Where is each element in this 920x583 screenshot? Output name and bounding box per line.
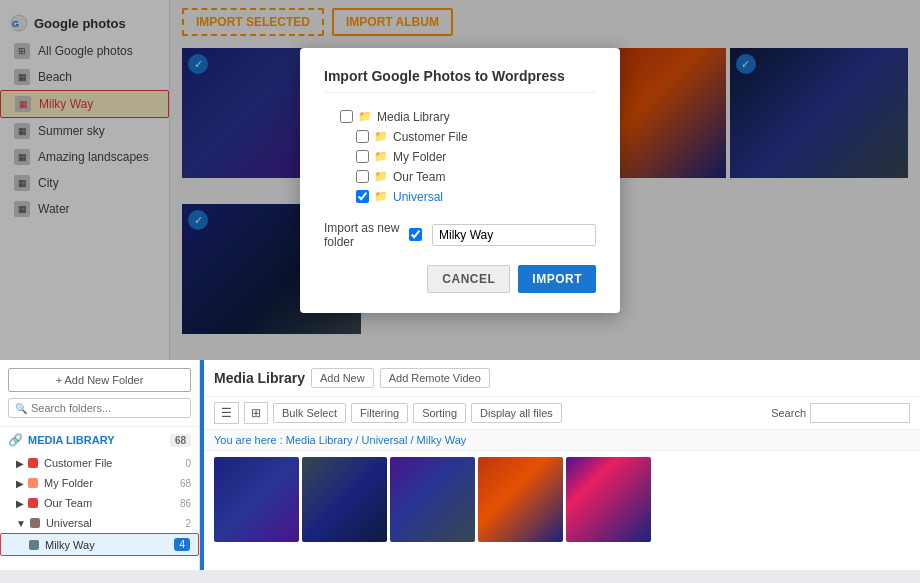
tree-label-customer: Customer File: [44, 457, 112, 469]
media-section-icon: 🔗: [8, 433, 23, 447]
breadcrumb: You are here : Media Library / Universal…: [204, 430, 920, 451]
folder-icon-media: 📁: [358, 110, 372, 123]
tree-count-milkyway: 4: [174, 538, 190, 551]
media-search-input[interactable]: [810, 403, 910, 423]
import-new-folder-row: Import as new folder: [324, 221, 596, 249]
tree-item-customer-file[interactable]: ▶ Customer File 0: [0, 453, 199, 473]
media-thumb-5[interactable]: [566, 457, 651, 542]
media-library-title: Media Library: [214, 370, 305, 386]
expand-icon-2: ▶: [16, 478, 24, 489]
cancel-button[interactable]: CANCEL: [427, 265, 510, 293]
tree-label-universal: Universal: [46, 517, 92, 529]
tree-count-myfolder: 68: [180, 478, 191, 489]
display-all-button[interactable]: Display all files: [471, 403, 562, 423]
folder-icon-universal: 📁: [374, 190, 388, 203]
media-main: Media Library Add New Add Remote Video ☰…: [204, 360, 920, 570]
add-remote-button[interactable]: Add Remote Video: [380, 368, 490, 388]
media-thumb-4[interactable]: [478, 457, 563, 542]
tree-item-universal[interactable]: ▼ Universal 2: [0, 513, 199, 533]
folder-dot-myfolder: [28, 478, 38, 488]
filtering-button[interactable]: Filtering: [351, 403, 408, 423]
folder-row-my-folder: 📁 My Folder: [324, 147, 596, 167]
folder-label-media-library: Media Library: [377, 110, 450, 124]
tree-count-customer: 0: [185, 458, 191, 469]
search-label: Search: [771, 407, 806, 419]
modal-buttons: CANCEL IMPORT: [324, 265, 596, 293]
folder-label-customer-file: Customer File: [393, 130, 468, 144]
folder-label-my-folder: My Folder: [393, 150, 446, 164]
folder-icon-customer: 📁: [374, 130, 388, 143]
tree-item-our-team[interactable]: ▶ Our Team 86: [0, 493, 199, 513]
media-section-header: 🔗 MEDIA LIBRARY 68: [0, 427, 199, 453]
list-view-button[interactable]: ☰: [214, 402, 239, 424]
folder-dot-universal: [30, 518, 40, 528]
expand-icon-3: ▶: [16, 498, 24, 509]
modal-title: Import Google Photos to Wordpress: [324, 68, 596, 93]
grid-view-button[interactable]: ⊞: [244, 402, 268, 424]
search-folders-container: 🔍: [8, 398, 191, 418]
folder-row-our-team: 📁 Our Team: [324, 167, 596, 187]
bottom-section: + Add New Folder 🔍 🔗 MEDIA LIBRARY 68 ▶ …: [0, 360, 920, 570]
media-section-label: MEDIA LIBRARY: [28, 434, 115, 446]
search-folders-input[interactable]: [31, 402, 184, 414]
tree-label-ourteam: Our Team: [44, 497, 92, 509]
folder-dot-milkyway: [29, 540, 39, 550]
expand-icon-4: ▼: [16, 518, 26, 529]
import-button[interactable]: IMPORT: [518, 265, 596, 293]
search-icon: 🔍: [15, 403, 27, 414]
tree-label-milkyway: Milky Way: [45, 539, 95, 551]
folder-checkbox-universal[interactable]: [356, 190, 369, 203]
media-thumb-1[interactable]: [214, 457, 299, 542]
expand-icon: ▶: [16, 458, 24, 469]
import-new-folder-checkbox[interactable]: [409, 228, 422, 241]
folder-checkbox-customer-file[interactable]: [356, 130, 369, 143]
add-folder-button[interactable]: + Add New Folder: [8, 368, 191, 392]
media-toolbar: ☰ ⊞ Bulk Select Filtering Sorting Displa…: [204, 397, 920, 430]
tree-label-myfolder: My Folder: [44, 477, 93, 489]
sorting-button[interactable]: Sorting: [413, 403, 466, 423]
media-thumb-3[interactable]: [390, 457, 475, 542]
folder-icon-myfolder: 📁: [374, 150, 388, 163]
tree-item-my-folder[interactable]: ▶ My Folder 68: [0, 473, 199, 493]
media-photo-strip: [204, 451, 920, 570]
tree-count-ourteam: 86: [180, 498, 191, 509]
tree-item-milkyway[interactable]: Milky Way 4: [0, 533, 199, 556]
add-new-button[interactable]: Add New: [311, 368, 374, 388]
folder-row-customer-file: 📁 Customer File: [324, 127, 596, 147]
tree-count-universal: 2: [185, 518, 191, 529]
media-section-count: 68: [170, 434, 191, 447]
folder-row-universal: 📁 Universal: [324, 187, 596, 207]
breadcrumb-text: You are here : Media Library / Universal…: [214, 434, 466, 446]
top-section: G Google photos ⊞ All Google photos ▦ Be…: [0, 0, 920, 360]
folder-label-our-team: Our Team: [393, 170, 445, 184]
modal-overlay: Import Google Photos to Wordpress 📁 Medi…: [0, 0, 920, 360]
folder-icon-ourteam: 📁: [374, 170, 388, 183]
media-search-container: Search: [771, 403, 910, 423]
modal-folders: 📁 Media Library 📁 Customer File 📁: [324, 107, 596, 207]
import-modal: Import Google Photos to Wordpress 📁 Medi…: [300, 48, 620, 313]
folder-name-input[interactable]: [432, 224, 596, 246]
media-panel-toolbar: + Add New Folder 🔍: [0, 360, 199, 427]
media-main-header: Media Library Add New Add Remote Video: [204, 360, 920, 397]
media-panel: + Add New Folder 🔍 🔗 MEDIA LIBRARY 68 ▶ …: [0, 360, 200, 570]
folder-checkbox-my-folder[interactable]: [356, 150, 369, 163]
folder-dot-customer: [28, 458, 38, 468]
folder-dot-ourteam: [28, 498, 38, 508]
folder-checkbox-media-library[interactable]: [340, 110, 353, 123]
folder-label-universal: Universal: [393, 190, 443, 204]
folder-checkbox-our-team[interactable]: [356, 170, 369, 183]
import-new-folder-label: Import as new folder: [324, 221, 409, 249]
folder-row-media-library: 📁 Media Library: [324, 107, 596, 127]
media-thumb-2[interactable]: [302, 457, 387, 542]
bulk-select-button[interactable]: Bulk Select: [273, 403, 346, 423]
